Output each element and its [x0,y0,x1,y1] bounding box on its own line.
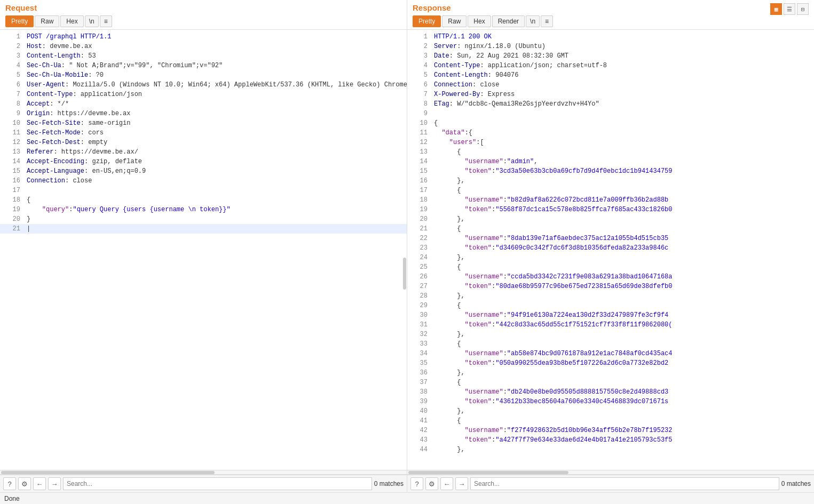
request-title: Request [5,3,401,12]
table-row: 10 { [407,118,814,128]
table-row: 29 { [407,301,814,310]
table-row: 34 "username":"ab58e874bc9d0761878a912e1… [407,349,814,358]
table-row: 15 Accept-Language: en-US,en;q=0.9 [0,166,407,176]
table-row: 1 POST /graphql HTTP/1.1 [0,32,407,42]
table-row: 21 | [0,224,407,234]
table-row: 25 { [407,262,814,272]
tab-menu-response[interactable]: ≡ [541,15,553,27]
table-row: 8 Accept: */* [0,99,407,109]
table-row: 37 { [407,378,814,387]
table-row: 19 "token":"5568f87dc1ca15c578e8b825ffca… [407,205,814,214]
search-input-request[interactable] [63,477,372,490]
table-row: 23 "token":"d34609c0c342f7dc6f3d8b10356d… [407,243,814,253]
request-panel: Request Pretty Raw Hex \n ≡ 1 POST /grap… [0,0,407,474]
forward-button-response[interactable]: → [455,477,468,490]
tab-raw-response[interactable]: Raw [442,15,467,27]
table-row: 6 Connection: close [407,80,814,90]
table-row: 13 { [407,147,814,157]
request-tab-bar: Pretty Raw Hex \n ≡ [5,15,401,27]
table-row: 21 { [407,224,814,234]
table-row: 44 }, [407,445,814,454]
table-row: 20 }, [407,214,814,224]
table-row: 17 [0,186,407,195]
table-row: 15 "token":"3cd3a50e63b3cb0a69cfb7d9d4f0… [407,166,814,176]
table-row: 1 HTTP/1.1 200 OK [407,32,814,42]
tab-render-response[interactable]: Render [492,15,525,27]
table-row: 18 "username":"b82d9af8a6226c072bcd811e7… [407,195,814,205]
tab-menu-request[interactable]: ≡ [100,15,112,27]
table-row: 33 { [407,339,814,349]
table-row: 12 "users":[ [407,138,814,147]
tab-hex-response[interactable]: Hex [468,15,491,27]
table-row: 3 Date: Sun, 22 Aug 2021 08:32:30 GMT [407,51,814,61]
layout-collapse-btn[interactable]: ⊟ [797,3,809,15]
table-row: 14 "username":"admin", [407,157,814,166]
help-button-response[interactable]: ? [410,477,423,490]
table-row: 13 Referer: https://devme.be.ax/ [0,147,407,157]
table-row: 27 "token":"80dae68b95977c96be675ed72381… [407,282,814,291]
response-panel: Response Pretty Raw Hex Render \n ≡ 1 HT… [407,0,814,474]
tab-pretty-request[interactable]: Pretty [5,15,34,27]
table-row: 4 Sec-Ch-Ua: " Not A;Brand";v="99", "Chr… [0,61,407,70]
table-row: 16 }, [407,176,814,186]
table-row: 9 Origin: https://devme.be.ax [0,109,407,118]
table-row: 28 }, [407,291,814,301]
request-bottom-bar: ? ⚙ ← → 0 matches [0,475,407,492]
help-button-request[interactable]: ? [3,477,16,490]
response-tab-bar: Pretty Raw Hex Render \n ≡ [413,15,809,27]
response-search-bar: ? ⚙ ← → 0 matches [407,475,814,492]
table-row: 20 } [0,214,407,224]
table-row: 40 }, [407,406,814,416]
forward-button-request[interactable]: → [48,477,61,490]
tab-hex-request[interactable]: Hex [60,15,83,27]
back-button-response[interactable]: ← [440,477,453,490]
table-row: 24 }, [407,253,814,262]
tab-raw-request[interactable]: Raw [35,15,59,27]
response-title: Response [413,3,809,12]
table-row: 41 { [407,416,814,426]
back-button-request[interactable]: ← [33,477,46,490]
table-row: 10 Sec-Fetch-Site: same-origin [0,118,407,128]
table-row: 26 "username":"ccda5bd3342c7231f9e083a62… [407,272,814,282]
table-row: 2 Server: nginx/1.18.0 (Ubuntu) [407,42,814,51]
table-row: 22 "username":"8dab139e71af6aebdec375ac1… [407,234,814,243]
bottom-bars: ? ⚙ ← → 0 matches ? ⚙ ← → 0 matches [0,474,814,492]
table-row: 12 Sec-Fetch-Dest: empty [0,138,407,147]
table-row: 8 ETag: W/"dcb8c-Qemai3Re2GsjpYeerdvzhv+… [407,99,814,109]
table-row: 4 Content-Type: application/json; charse… [407,61,814,70]
table-row: 18 { [0,195,407,205]
table-row: 2 Host: devme.be.ax [0,42,407,51]
layout-list-btn[interactable]: ☰ [784,3,795,15]
table-row: 11 Sec-Fetch-Mode: cors [0,128,407,138]
table-row: 19 "query":"query Query {users {username… [0,205,407,214]
table-row: 35 "token":"050a990255dea93b8be5f107226a… [407,358,814,368]
matches-label-request: 0 matches [374,480,404,487]
table-row: 30 "username":"94f91e6130a7224ea130d2f33… [407,310,814,320]
request-content: 1 POST /graphql HTTP/1.1 2 Host: devme.b… [0,30,407,470]
table-row: 39 "token":"43612b33bec85604a7606e3340c4… [407,397,814,406]
search-input-response[interactable] [470,477,779,490]
table-row: 31 "token":"442c8d33ac65dd55c1f751521cf7… [407,320,814,330]
table-row: 36 }, [407,368,814,378]
tab-newline-response[interactable]: \n [526,15,540,27]
response-header: Response Pretty Raw Hex Render \n ≡ [407,0,814,30]
table-row: 16 Connection: close [0,176,407,186]
settings-button-response[interactable]: ⚙ [425,477,438,490]
table-row: 17 { [407,186,814,195]
tab-pretty-response[interactable]: Pretty [413,15,441,27]
status-bar: Done [0,492,814,504]
table-row: 6 User-Agent: Mozilla/5.0 (Windows NT 10… [0,80,407,90]
table-row: 7 X-Powered-By: Express [407,90,814,99]
table-row: 14 Accept-Encoding: gzip, deflate [0,157,407,166]
tab-newline-request[interactable]: \n [85,15,99,27]
table-row: 7 Content-Type: application/json [0,90,407,99]
table-row: 38 "username":"db24b0e8be0d95505d8888157… [407,387,814,397]
response-content: 1 HTTP/1.1 200 OK 2 Server: nginx/1.18.0… [407,30,814,470]
layout-split-btn[interactable]: ▦ [770,3,782,15]
table-row: 42 "username":"f27f4928632b5d10bb96e34af… [407,426,814,435]
table-row: 43 "token":"a427f7f79e634e33dae6d24e4b01… [407,435,814,445]
table-row: 5 Content-Length: 904076 [407,70,814,80]
request-search-bar: ? ⚙ ← → 0 matches [0,475,407,492]
response-bottom-bar: ? ⚙ ← → 0 matches [407,475,814,492]
settings-button-request[interactable]: ⚙ [18,477,31,490]
